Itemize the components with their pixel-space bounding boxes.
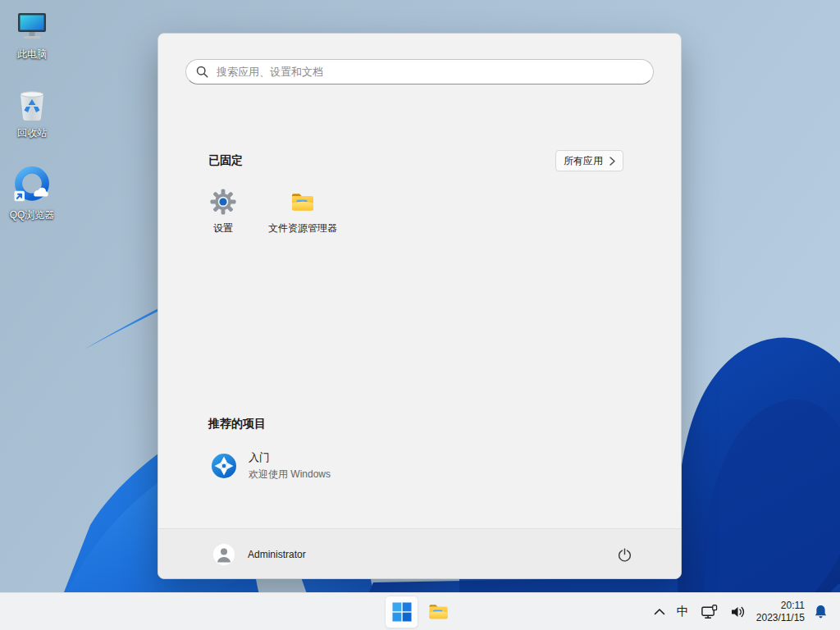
pinned-section-header: 已固定 xyxy=(208,153,243,168)
desktop-icon-recycle-bin[interactable]: 回收站 xyxy=(0,87,64,140)
network-indicator[interactable] xyxy=(695,596,724,628)
ime-label: 中 xyxy=(677,604,689,619)
pinned-app-file-explorer[interactable]: 文件资源管理器 xyxy=(263,183,342,250)
start-menu-user-bar: Administrator xyxy=(158,528,681,578)
tray-show-hidden-icons-button[interactable] xyxy=(648,596,671,628)
start-search-box[interactable] xyxy=(185,59,654,84)
pinned-app-label: 文件资源管理器 xyxy=(268,221,337,235)
all-apps-label: 所有应用 xyxy=(564,154,603,168)
ethernet-network-icon xyxy=(701,604,718,620)
this-pc-icon xyxy=(13,8,51,46)
chevron-right-icon xyxy=(609,157,615,166)
start-search-input[interactable] xyxy=(217,66,643,78)
recommended-item-title: 入门 xyxy=(249,450,331,465)
notification-center-button[interactable] xyxy=(810,596,837,628)
recommended-section-header: 推荐的项目 xyxy=(208,417,266,431)
start-menu: 已固定 所有应用 设置 xyxy=(158,33,682,579)
volume-indicator[interactable] xyxy=(724,596,751,628)
taskbar-file-explorer-button[interactable] xyxy=(422,596,455,628)
desktop-icon-qq-browser[interactable]: QQ浏览器 xyxy=(0,164,64,222)
power-icon xyxy=(618,548,632,562)
recommended-item-get-started[interactable]: 入门 欢迎使用 Windows xyxy=(201,442,447,490)
recycle-bin-icon xyxy=(13,87,51,125)
desktop-icon-label: 此电脑 xyxy=(0,48,64,62)
desktop-icon-this-pc[interactable]: 此电脑 xyxy=(0,8,64,62)
ime-indicator[interactable]: 中 xyxy=(671,596,695,628)
search-icon xyxy=(196,66,208,78)
pinned-app-label: 设置 xyxy=(213,221,233,235)
recommended-item-subtitle: 欢迎使用 Windows xyxy=(249,468,331,482)
taskbar-clock[interactable]: 20:11 2023/11/15 xyxy=(751,600,810,624)
get-started-icon xyxy=(211,453,237,479)
windows-logo-icon xyxy=(392,602,412,622)
taskbar: 中 20:11 2023/11/15 xyxy=(0,592,840,630)
desktop-icon-label: QQ浏览器 xyxy=(0,208,64,222)
start-button[interactable] xyxy=(385,596,418,628)
pinned-app-settings[interactable]: 设置 xyxy=(184,183,262,250)
clock-time: 20:11 xyxy=(756,600,805,612)
system-tray: 中 20:11 2023/11/15 xyxy=(648,593,837,630)
settings-gear-icon xyxy=(210,189,236,215)
desktop-icon-label: 回收站 xyxy=(0,126,64,140)
speaker-volume-icon xyxy=(729,604,746,620)
user-avatar xyxy=(213,544,235,565)
file-explorer-icon xyxy=(290,189,316,215)
notification-bell-icon xyxy=(813,604,829,620)
file-explorer-icon xyxy=(427,600,450,623)
chevron-up-icon xyxy=(654,608,665,615)
user-name-label: Administrator xyxy=(248,549,306,560)
power-button[interactable] xyxy=(610,541,638,568)
all-apps-button[interactable]: 所有应用 xyxy=(555,150,623,171)
user-profile-button[interactable]: Administrator xyxy=(203,539,316,569)
qq-browser-icon xyxy=(11,164,53,207)
clock-date: 2023/11/15 xyxy=(756,612,805,624)
